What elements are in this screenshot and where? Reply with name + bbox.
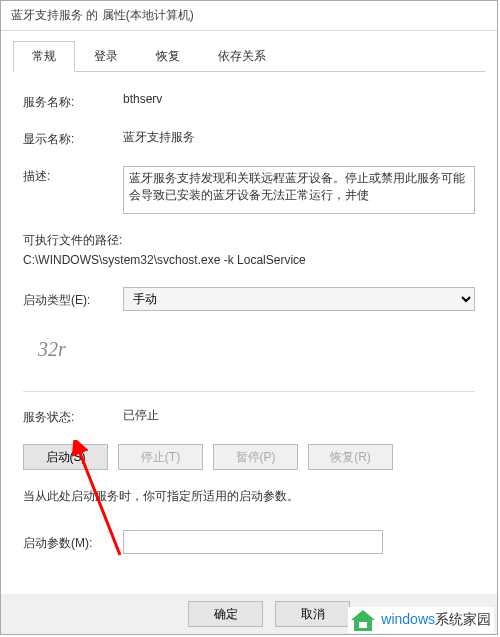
path-label: 可执行文件的路径: bbox=[23, 232, 475, 249]
window-title: 蓝牙支持服务 的 属性(本地计算机) bbox=[11, 8, 194, 22]
ok-button[interactable]: 确定 bbox=[188, 601, 263, 627]
watermark-image: 32r bbox=[23, 326, 475, 376]
startup-type-label: 启动类型(E): bbox=[23, 290, 123, 309]
display-name-label: 显示名称: bbox=[23, 129, 123, 148]
logo-text: windows系统家园 bbox=[381, 611, 491, 629]
control-button-row: 启动(S) 停止(T) 暂停(P) 恢复(R) bbox=[23, 444, 475, 470]
service-name-value: bthserv bbox=[123, 92, 475, 106]
startup-type-select[interactable]: 手动 bbox=[123, 287, 475, 311]
resume-button: 恢复(R) bbox=[308, 444, 393, 470]
tab-recovery[interactable]: 恢复 bbox=[137, 41, 199, 72]
dialog-button-row: 确定 取消 bbox=[188, 601, 350, 627]
service-status-label: 服务状态: bbox=[23, 407, 123, 426]
service-name-row: 服务名称: bthserv bbox=[23, 92, 475, 111]
path-section: 可执行文件的路径: C:\WINDOWS\system32\svchost.ex… bbox=[23, 232, 475, 267]
tab-logon[interactable]: 登录 bbox=[75, 41, 137, 72]
titlebar[interactable]: 蓝牙支持服务 的 属性(本地计算机) bbox=[1, 1, 497, 31]
service-name-label: 服务名称: bbox=[23, 92, 123, 111]
tab-general[interactable]: 常规 bbox=[13, 41, 75, 72]
cancel-button[interactable]: 取消 bbox=[275, 601, 350, 627]
startup-type-row: 启动类型(E): 手动 bbox=[23, 287, 475, 311]
display-name-value: 蓝牙支持服务 bbox=[123, 129, 475, 146]
start-param-row: 启动参数(M): bbox=[23, 530, 475, 554]
service-status-row: 服务状态: 已停止 bbox=[23, 407, 475, 426]
description-label: 描述: bbox=[23, 166, 123, 185]
content-area: 常规 登录 恢复 依存关系 服务名称: bthserv 显示名称: 蓝牙支持服务… bbox=[1, 31, 497, 594]
description-textarea[interactable]: 蓝牙服务支持发现和关联远程蓝牙设备。停止或禁用此服务可能会导致已安装的蓝牙设备无… bbox=[123, 166, 475, 214]
properties-window: 蓝牙支持服务 的 属性(本地计算机) 常规 登录 恢复 依存关系 服务名称: b… bbox=[0, 0, 498, 635]
tab-content-general: 服务名称: bthserv 显示名称: 蓝牙支持服务 描述: 蓝牙服务支持发现和… bbox=[13, 87, 485, 579]
tabs: 常规 登录 恢复 依存关系 bbox=[13, 41, 485, 72]
pause-button: 暂停(P) bbox=[213, 444, 298, 470]
house-icon bbox=[351, 609, 377, 631]
divider bbox=[23, 391, 475, 392]
start-param-label: 启动参数(M): bbox=[23, 533, 123, 552]
hint-text: 当从此处启动服务时，你可指定所适用的启动参数。 bbox=[23, 488, 475, 505]
path-value: C:\WINDOWS\system32\svchost.exe -k Local… bbox=[23, 253, 475, 267]
description-row: 描述: 蓝牙服务支持发现和关联远程蓝牙设备。停止或禁用此服务可能会导致已安装的蓝… bbox=[23, 166, 475, 214]
display-name-row: 显示名称: 蓝牙支持服务 bbox=[23, 129, 475, 148]
start-param-input[interactable] bbox=[123, 530, 383, 554]
watermark-text: 32r bbox=[38, 338, 66, 361]
stop-button: 停止(T) bbox=[118, 444, 203, 470]
site-logo: windows系统家园 bbox=[348, 607, 494, 633]
service-status-value: 已停止 bbox=[123, 407, 475, 424]
tab-dependencies[interactable]: 依存关系 bbox=[199, 41, 285, 72]
start-button[interactable]: 启动(S) bbox=[23, 444, 108, 470]
